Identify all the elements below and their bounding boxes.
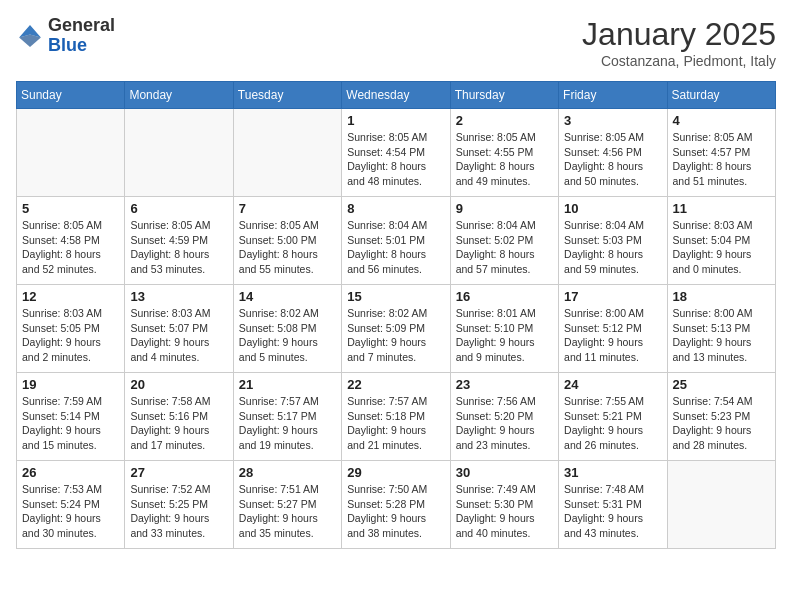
calendar-cell (667, 461, 775, 549)
calendar-cell (233, 109, 341, 197)
day-number: 11 (673, 201, 770, 216)
calendar-cell (17, 109, 125, 197)
day-info: Sunrise: 8:02 AM Sunset: 5:09 PM Dayligh… (347, 306, 444, 365)
day-info: Sunrise: 8:04 AM Sunset: 5:02 PM Dayligh… (456, 218, 553, 277)
day-info: Sunrise: 7:59 AM Sunset: 5:14 PM Dayligh… (22, 394, 119, 453)
calendar-week-row: 12Sunrise: 8:03 AM Sunset: 5:05 PM Dayli… (17, 285, 776, 373)
day-of-week-header: Thursday (450, 82, 558, 109)
day-info: Sunrise: 7:53 AM Sunset: 5:24 PM Dayligh… (22, 482, 119, 541)
day-info: Sunrise: 8:00 AM Sunset: 5:13 PM Dayligh… (673, 306, 770, 365)
calendar-cell: 28Sunrise: 7:51 AM Sunset: 5:27 PM Dayli… (233, 461, 341, 549)
day-number: 16 (456, 289, 553, 304)
calendar-cell: 19Sunrise: 7:59 AM Sunset: 5:14 PM Dayli… (17, 373, 125, 461)
day-info: Sunrise: 7:48 AM Sunset: 5:31 PM Dayligh… (564, 482, 661, 541)
calendar-cell: 23Sunrise: 7:56 AM Sunset: 5:20 PM Dayli… (450, 373, 558, 461)
calendar-cell: 10Sunrise: 8:04 AM Sunset: 5:03 PM Dayli… (559, 197, 667, 285)
day-number: 20 (130, 377, 227, 392)
calendar-cell: 21Sunrise: 7:57 AM Sunset: 5:17 PM Dayli… (233, 373, 341, 461)
calendar-cell: 18Sunrise: 8:00 AM Sunset: 5:13 PM Dayli… (667, 285, 775, 373)
title-block: January 2025 Costanzana, Piedmont, Italy (582, 16, 776, 69)
day-number: 23 (456, 377, 553, 392)
day-info: Sunrise: 7:49 AM Sunset: 5:30 PM Dayligh… (456, 482, 553, 541)
day-number: 10 (564, 201, 661, 216)
day-info: Sunrise: 8:00 AM Sunset: 5:12 PM Dayligh… (564, 306, 661, 365)
calendar-cell: 15Sunrise: 8:02 AM Sunset: 5:09 PM Dayli… (342, 285, 450, 373)
day-info: Sunrise: 8:04 AM Sunset: 5:03 PM Dayligh… (564, 218, 661, 277)
day-info: Sunrise: 8:05 AM Sunset: 4:57 PM Dayligh… (673, 130, 770, 189)
day-number: 1 (347, 113, 444, 128)
day-number: 5 (22, 201, 119, 216)
calendar-cell: 12Sunrise: 8:03 AM Sunset: 5:05 PM Dayli… (17, 285, 125, 373)
day-number: 3 (564, 113, 661, 128)
calendar-cell: 24Sunrise: 7:55 AM Sunset: 5:21 PM Dayli… (559, 373, 667, 461)
calendar-cell: 27Sunrise: 7:52 AM Sunset: 5:25 PM Dayli… (125, 461, 233, 549)
day-number: 25 (673, 377, 770, 392)
calendar-cell: 25Sunrise: 7:54 AM Sunset: 5:23 PM Dayli… (667, 373, 775, 461)
calendar-cell: 26Sunrise: 7:53 AM Sunset: 5:24 PM Dayli… (17, 461, 125, 549)
calendar-cell: 3Sunrise: 8:05 AM Sunset: 4:56 PM Daylig… (559, 109, 667, 197)
day-info: Sunrise: 8:05 AM Sunset: 5:00 PM Dayligh… (239, 218, 336, 277)
calendar-cell: 9Sunrise: 8:04 AM Sunset: 5:02 PM Daylig… (450, 197, 558, 285)
day-info: Sunrise: 8:05 AM Sunset: 4:56 PM Dayligh… (564, 130, 661, 189)
day-info: Sunrise: 7:57 AM Sunset: 5:17 PM Dayligh… (239, 394, 336, 453)
day-number: 27 (130, 465, 227, 480)
calendar-cell: 30Sunrise: 7:49 AM Sunset: 5:30 PM Dayli… (450, 461, 558, 549)
day-number: 17 (564, 289, 661, 304)
calendar-cell: 16Sunrise: 8:01 AM Sunset: 5:10 PM Dayli… (450, 285, 558, 373)
logo-icon (16, 22, 44, 50)
day-info: Sunrise: 8:03 AM Sunset: 5:07 PM Dayligh… (130, 306, 227, 365)
day-number: 28 (239, 465, 336, 480)
calendar-cell: 6Sunrise: 8:05 AM Sunset: 4:59 PM Daylig… (125, 197, 233, 285)
day-number: 15 (347, 289, 444, 304)
calendar-cell: 17Sunrise: 8:00 AM Sunset: 5:12 PM Dayli… (559, 285, 667, 373)
calendar-table: SundayMondayTuesdayWednesdayThursdayFrid… (16, 81, 776, 549)
calendar-cell: 11Sunrise: 8:03 AM Sunset: 5:04 PM Dayli… (667, 197, 775, 285)
calendar-cell: 4Sunrise: 8:05 AM Sunset: 4:57 PM Daylig… (667, 109, 775, 197)
day-number: 24 (564, 377, 661, 392)
calendar-cell: 8Sunrise: 8:04 AM Sunset: 5:01 PM Daylig… (342, 197, 450, 285)
calendar-cell: 7Sunrise: 8:05 AM Sunset: 5:00 PM Daylig… (233, 197, 341, 285)
calendar-week-row: 5Sunrise: 8:05 AM Sunset: 4:58 PM Daylig… (17, 197, 776, 285)
calendar-week-row: 19Sunrise: 7:59 AM Sunset: 5:14 PM Dayli… (17, 373, 776, 461)
calendar-cell: 1Sunrise: 8:05 AM Sunset: 4:54 PM Daylig… (342, 109, 450, 197)
day-info: Sunrise: 8:05 AM Sunset: 4:58 PM Dayligh… (22, 218, 119, 277)
day-info: Sunrise: 8:03 AM Sunset: 5:04 PM Dayligh… (673, 218, 770, 277)
day-info: Sunrise: 7:56 AM Sunset: 5:20 PM Dayligh… (456, 394, 553, 453)
day-of-week-header: Monday (125, 82, 233, 109)
calendar-cell: 22Sunrise: 7:57 AM Sunset: 5:18 PM Dayli… (342, 373, 450, 461)
day-info: Sunrise: 7:55 AM Sunset: 5:21 PM Dayligh… (564, 394, 661, 453)
logo-general-text: General (48, 15, 115, 35)
day-number: 19 (22, 377, 119, 392)
day-number: 30 (456, 465, 553, 480)
day-info: Sunrise: 7:52 AM Sunset: 5:25 PM Dayligh… (130, 482, 227, 541)
day-of-week-header: Saturday (667, 82, 775, 109)
day-info: Sunrise: 7:58 AM Sunset: 5:16 PM Dayligh… (130, 394, 227, 453)
day-number: 8 (347, 201, 444, 216)
day-number: 9 (456, 201, 553, 216)
calendar-cell (125, 109, 233, 197)
location-subtitle: Costanzana, Piedmont, Italy (582, 53, 776, 69)
calendar-cell: 20Sunrise: 7:58 AM Sunset: 5:16 PM Dayli… (125, 373, 233, 461)
calendar-cell: 5Sunrise: 8:05 AM Sunset: 4:58 PM Daylig… (17, 197, 125, 285)
calendar-week-row: 26Sunrise: 7:53 AM Sunset: 5:24 PM Dayli… (17, 461, 776, 549)
day-info: Sunrise: 8:04 AM Sunset: 5:01 PM Dayligh… (347, 218, 444, 277)
day-info: Sunrise: 7:54 AM Sunset: 5:23 PM Dayligh… (673, 394, 770, 453)
page-header: General Blue January 2025 Costanzana, Pi… (16, 16, 776, 69)
day-info: Sunrise: 7:57 AM Sunset: 5:18 PM Dayligh… (347, 394, 444, 453)
day-number: 12 (22, 289, 119, 304)
day-info: Sunrise: 8:03 AM Sunset: 5:05 PM Dayligh… (22, 306, 119, 365)
day-of-week-header: Sunday (17, 82, 125, 109)
month-title: January 2025 (582, 16, 776, 53)
day-info: Sunrise: 7:50 AM Sunset: 5:28 PM Dayligh… (347, 482, 444, 541)
day-number: 4 (673, 113, 770, 128)
calendar-header-row: SundayMondayTuesdayWednesdayThursdayFrid… (17, 82, 776, 109)
day-number: 2 (456, 113, 553, 128)
day-number: 21 (239, 377, 336, 392)
day-info: Sunrise: 7:51 AM Sunset: 5:27 PM Dayligh… (239, 482, 336, 541)
day-info: Sunrise: 8:05 AM Sunset: 4:59 PM Dayligh… (130, 218, 227, 277)
calendar-cell: 29Sunrise: 7:50 AM Sunset: 5:28 PM Dayli… (342, 461, 450, 549)
day-of-week-header: Friday (559, 82, 667, 109)
day-number: 29 (347, 465, 444, 480)
day-of-week-header: Wednesday (342, 82, 450, 109)
day-info: Sunrise: 8:05 AM Sunset: 4:54 PM Dayligh… (347, 130, 444, 189)
